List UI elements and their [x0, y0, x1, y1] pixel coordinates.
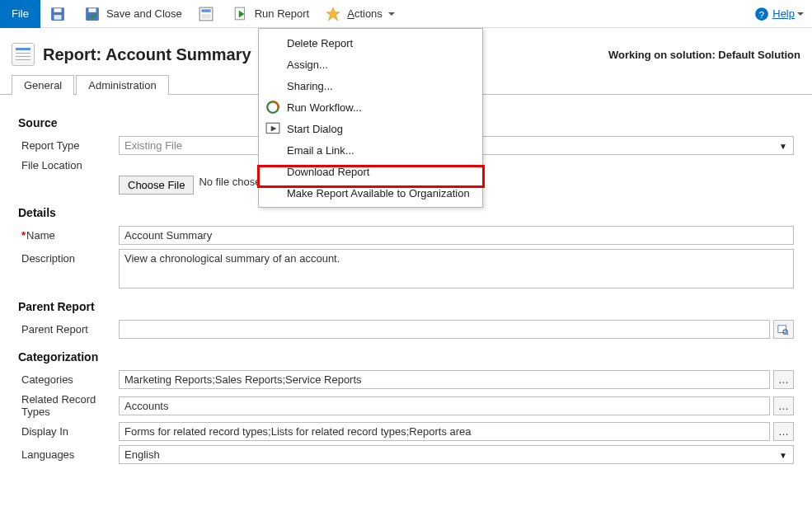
- label-name: *Name: [18, 229, 119, 242]
- save-and-close-button[interactable]: Save and Close: [75, 0, 189, 28]
- file-menu-button[interactable]: File: [0, 0, 40, 28]
- chevron-down-icon: [797, 12, 804, 16]
- menu-assign[interactable]: Assign...: [259, 54, 482, 75]
- name-field[interactable]: [119, 226, 794, 245]
- help-icon: ?: [754, 7, 769, 21]
- required-star: *: [21, 229, 26, 242]
- menu-delete-report[interactable]: Delete Report: [259, 32, 482, 54]
- label-categories: Categories: [18, 373, 119, 386]
- tab-administration[interactable]: Administration: [76, 75, 168, 95]
- file-chosen-status: No file chosen: [199, 176, 266, 195]
- run-report-button[interactable]: Run Report: [223, 0, 316, 28]
- dialog-icon: [265, 121, 280, 136]
- menu-run-workflow[interactable]: Run Workflow...: [259, 96, 482, 118]
- svg-rect-17: [778, 325, 786, 332]
- svg-rect-2: [54, 15, 61, 20]
- svg-text:?: ?: [759, 9, 764, 19]
- menu-label: Make Report Available to Organization: [287, 187, 470, 199]
- section-parent: Parent Report: [18, 300, 794, 313]
- svg-rect-1: [54, 8, 61, 12]
- categories-picker-button[interactable]: …: [773, 370, 794, 389]
- save-icon: [50, 7, 65, 21]
- tab-general[interactable]: General: [12, 75, 74, 95]
- label-description: Description: [18, 249, 119, 265]
- svg-line-19: [787, 333, 789, 335]
- menu-email-link[interactable]: Email a Link...: [259, 139, 482, 161]
- section-categorization: Categorization: [18, 350, 794, 364]
- blank-icon: [265, 185, 280, 200]
- blank-icon: [265, 143, 280, 157]
- workflow-icon: [265, 100, 280, 115]
- save-as-button[interactable]: [189, 0, 223, 28]
- blank-icon: [265, 35, 280, 50]
- menu-label: Sharing...: [287, 80, 333, 92]
- label-parent-report: Parent Report: [18, 323, 119, 335]
- toolbar: File Save and Close Run Report Actions ?…: [0, 0, 812, 28]
- related-picker-button[interactable]: …: [773, 396, 794, 415]
- run-report-label: Run Report: [255, 7, 309, 20]
- svg-rect-6: [201, 9, 210, 12]
- menu-label: Download Report: [287, 166, 369, 178]
- menu-download-report[interactable]: Download Report: [259, 161, 482, 182]
- menu-start-dialog[interactable]: Start Dialog: [259, 118, 482, 139]
- save-close-icon: [85, 7, 100, 21]
- run-report-icon: [233, 7, 248, 21]
- svg-rect-7: [201, 14, 210, 19]
- help-link[interactable]: Help: [772, 7, 795, 20]
- chevron-down-icon: [388, 12, 395, 16]
- title-prefix: Report:: [43, 45, 106, 63]
- label-name-text: Name: [26, 229, 55, 242]
- label-related-types: Related Record Types: [18, 393, 119, 418]
- report-entity-icon: [12, 43, 35, 66]
- actions-label: Actions: [347, 7, 383, 20]
- save-close-label: Save and Close: [106, 7, 182, 20]
- save-as-icon: [199, 7, 214, 21]
- solution-context: Working on solution: Default Solution: [608, 49, 800, 61]
- categories-field[interactable]: [119, 370, 770, 389]
- parent-lookup-button[interactable]: [773, 320, 794, 339]
- file-menu-label: File: [12, 7, 29, 20]
- menu-label: Assign...: [287, 59, 328, 71]
- choose-file-button[interactable]: Choose File: [119, 176, 194, 195]
- related-record-types-field[interactable]: [119, 396, 770, 415]
- label-display-in: Display In: [18, 425, 119, 438]
- svg-marker-10: [326, 7, 340, 21]
- menu-label: Run Workflow...: [287, 101, 362, 114]
- lookup-icon: [777, 324, 789, 335]
- actions-menu-button[interactable]: Actions: [316, 0, 401, 28]
- menu-sharing[interactable]: Sharing...: [259, 75, 482, 96]
- menu-label: Delete Report: [287, 37, 353, 49]
- menu-label: Start Dialog: [287, 123, 343, 135]
- parent-report-field[interactable]: [119, 320, 770, 339]
- blank-icon: [265, 164, 280, 179]
- svg-rect-4: [88, 8, 96, 12]
- displayin-picker-button[interactable]: …: [773, 422, 794, 441]
- save-button[interactable]: [40, 0, 75, 28]
- languages-select[interactable]: English: [119, 445, 794, 464]
- display-in-field[interactable]: [119, 422, 770, 441]
- menu-label: Email a Link...: [287, 144, 354, 157]
- description-field[interactable]: View a chronological summary of an accou…: [119, 249, 794, 288]
- toolbar-right: ? Help: [751, 7, 812, 21]
- actions-dropdown: Delete Report Assign... Sharing... Run W…: [258, 28, 483, 208]
- menu-make-available-org[interactable]: Make Report Available to Organization: [259, 182, 482, 204]
- section-details: Details: [18, 206, 794, 219]
- blank-icon: [265, 78, 280, 93]
- page-title: Report: Account Summary: [43, 45, 251, 64]
- actions-icon: [326, 7, 340, 21]
- label-report-type: Report Type: [18, 139, 119, 152]
- blank-icon: [265, 57, 280, 72]
- label-file-location: File Location: [18, 159, 119, 171]
- title-name: Account Summary: [106, 45, 251, 63]
- label-languages: Languages: [18, 448, 119, 461]
